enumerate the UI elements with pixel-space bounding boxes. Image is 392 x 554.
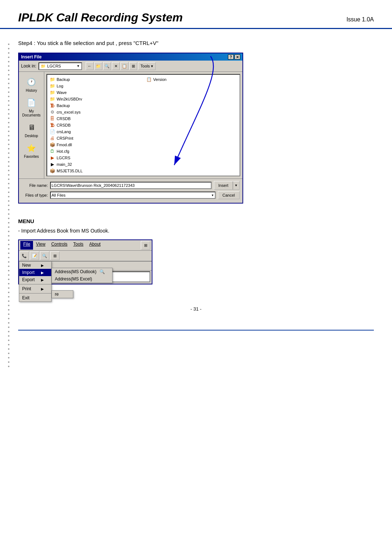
file-item-fmod[interactable]: 📦 Fmod.dll: [49, 141, 142, 148]
sidebar-history-label: History: [26, 89, 37, 93]
bottom-rule: [18, 330, 374, 331]
file-item-crsdb-exe[interactable]: 🗄 CRSDB: [49, 115, 142, 122]
file-dropdown-menu: New ▶ Import ▶ Export ▶ Print ▶: [19, 261, 52, 302]
import-ms-excel-item[interactable]: Address(MS Excel): [52, 275, 112, 283]
call-button[interactable]: 📞: [20, 251, 29, 260]
sidebar-my-documents[interactable]: 📄 My Documents: [20, 95, 43, 119]
file-name-hot-cfg: Hot.cfg: [57, 149, 69, 153]
file-item-win2k[interactable]: 📁 Win2kUSBDrv: [49, 96, 142, 102]
app-title: IPLDK Call Recording System: [18, 11, 183, 24]
my-documents-icon: 📄: [26, 97, 37, 108]
file-item-crslang[interactable]: 📄 crsLang: [49, 128, 142, 135]
file-name-msjet: MSJET35.DLL: [57, 169, 83, 173]
file-name-win2k: Win2kUSBDrv: [57, 97, 82, 101]
delete-button[interactable]: ✕: [112, 62, 120, 70]
tools-menu-item[interactable]: Tools: [70, 241, 86, 250]
titlebar-buttons: ? ✕: [228, 54, 240, 59]
insert-dropdown-arrow[interactable]: ▼: [233, 181, 239, 189]
look-in-combo[interactable]: 📁 LGCRS ▼: [38, 62, 82, 70]
filelist-columns: 📁 Backup 📁 Log 📁 Wave: [49, 76, 238, 174]
look-in-value: LGCRS: [47, 64, 61, 68]
app-toolbar: 📞 📝 🔍 ⊞: [19, 251, 152, 261]
cancel-button[interactable]: Cancel: [218, 191, 240, 199]
files-of-type-combo[interactable]: All Files: [50, 192, 216, 199]
file-item-backup-folder[interactable]: 📁 Backup: [49, 76, 142, 83]
new-folder-button[interactable]: 📋: [121, 62, 128, 70]
cfg-icon: 🗒: [49, 148, 55, 154]
file-name-crs-excel: crs_excel.sys: [57, 110, 81, 114]
file-item-crsprint[interactable]: 🖨 CRSPrint: [49, 135, 142, 141]
file-item-backup-zip[interactable]: 🗜 Backup: [49, 102, 142, 109]
menu-heading: MENU: [18, 218, 374, 224]
dialog-toolbar: Look in: 📁 LGCRS ▼ ← 📁 🔍 ✕ 📋 ⊞ Tools ▾: [19, 61, 242, 72]
file-menu-item[interactable]: File: [20, 241, 33, 250]
file-item-main32[interactable]: ▶ main_32: [49, 161, 142, 168]
txt-icon: 📄: [49, 129, 55, 135]
print-menu-item[interactable]: Print ▶: [19, 285, 51, 292]
file-name-backup-zip: Backup: [57, 103, 70, 108]
sidebar-favorites-label: Favorites: [24, 155, 39, 159]
sidebar-history[interactable]: 🕐 History: [20, 75, 43, 94]
search-toolbar-button[interactable]: 🔍: [40, 251, 49, 260]
export-submenu-arrow-icon: ▶: [41, 278, 44, 282]
file-name-backup: Backup: [57, 77, 70, 82]
sys-icon: ⚙: [49, 109, 55, 115]
help-button[interactable]: ?: [228, 54, 234, 59]
look-in-label: Look in:: [21, 63, 36, 69]
filelist-left-column: 📁 Backup 📁 Log 📁 Wave: [49, 76, 142, 174]
view-menu-item[interactable]: View: [33, 241, 48, 250]
file-item-crsdb-zip[interactable]: 🗜 CRSDB: [49, 122, 142, 128]
file-name-crsdb-exe: CRSDB: [57, 116, 71, 121]
toolbar-nav-buttons: ← 📁 🔍 ✕ 📋 ⊞ Tools ▾: [86, 62, 156, 70]
file-name-crslang: crsLang: [57, 130, 71, 134]
file-item-msjet[interactable]: 📦 MSJET35.DLL: [49, 168, 142, 174]
file-name-fmod: Fmod.dll: [57, 143, 72, 147]
files-of-type-value: All Files: [52, 193, 66, 197]
file-name-log: Log: [57, 84, 63, 88]
sidebar-my-documents-label: My Documents: [22, 109, 41, 117]
menu-section: MENU - Import Address Book from MS Outlo…: [18, 218, 374, 284]
import-ms-outlook-item[interactable]: Address(MS Outlook) 🔍: [52, 268, 112, 275]
file-name-input[interactable]: [50, 182, 212, 189]
file-name-label: File name:: [22, 183, 48, 188]
page-header: IPLDK Call Recording System Issue 1.0A: [0, 0, 392, 29]
file-item-version[interactable]: 📋 Version: [145, 76, 238, 83]
file-name-crsdb-zip: CRSDB: [57, 123, 71, 127]
sidebar-favorites[interactable]: ⭐ Favorites: [20, 141, 43, 160]
zip-icon2: 🗜: [49, 122, 55, 128]
import-menu-item[interactable]: Import ▶: [19, 269, 51, 276]
file-item-crs-excel[interactable]: ⚙ crs_excel.sys: [49, 109, 142, 115]
views-button[interactable]: ⊞: [129, 62, 137, 70]
controls-menu-item[interactable]: Controls: [48, 241, 70, 250]
sidebar-desktop-label: Desktop: [25, 134, 38, 138]
insert-button[interactable]: Insert: [214, 181, 233, 189]
file-item-wave[interactable]: 📁 Wave: [49, 89, 142, 96]
close-button[interactable]: ✕: [234, 54, 240, 59]
export-menu-item[interactable]: Export ▶: [19, 276, 51, 283]
file-name-crsprint: CRSPrint: [57, 136, 73, 140]
grid-view-button[interactable]: ⊞: [141, 241, 150, 250]
menu-instruction: - Import Address Book from MS Outlook.: [18, 228, 374, 234]
up-button[interactable]: 📁: [94, 62, 102, 70]
insert-file-dialog-container: Insert File ? ✕ Look in: 📁 LGCRS ▼ ← 📁 🔍: [18, 53, 374, 204]
version-icon: 📋: [146, 77, 152, 82]
back-button[interactable]: ←: [86, 62, 94, 70]
exit-menu-item[interactable]: Exit: [19, 294, 51, 301]
file-item-lgcrs[interactable]: ▶ LGCRS: [49, 155, 142, 161]
insert-file-dialog: Insert File ? ✕ Look in: 📁 LGCRS ▼ ← 📁 🔍: [18, 53, 243, 204]
file-item-hot-cfg[interactable]: 🗒 Hot.cfg: [49, 148, 142, 155]
note-button[interactable]: 📝: [30, 251, 39, 260]
app-toolbar-right-icon: ⊞: [141, 241, 150, 250]
filelist-right-column: 📋 Version: [145, 76, 238, 174]
sidebar-desktop[interactable]: 🖥 Desktop: [20, 120, 43, 139]
tools-menu-button[interactable]: Tools ▾: [138, 62, 156, 70]
new-menu-item[interactable]: New ▶: [19, 262, 51, 269]
print-submenu-item[interactable]: re: [52, 291, 73, 298]
about-menu-item[interactable]: About: [86, 241, 103, 250]
file-item-log[interactable]: 📁 Log: [49, 83, 142, 89]
print-re-label: re: [55, 292, 59, 297]
search-button[interactable]: 🔍: [103, 62, 111, 70]
grid-button[interactable]: ⊞: [50, 251, 60, 260]
file-list: 📁 Backup 📁 Log 📁 Wave: [46, 74, 240, 176]
file-name-version: Version: [153, 77, 167, 82]
